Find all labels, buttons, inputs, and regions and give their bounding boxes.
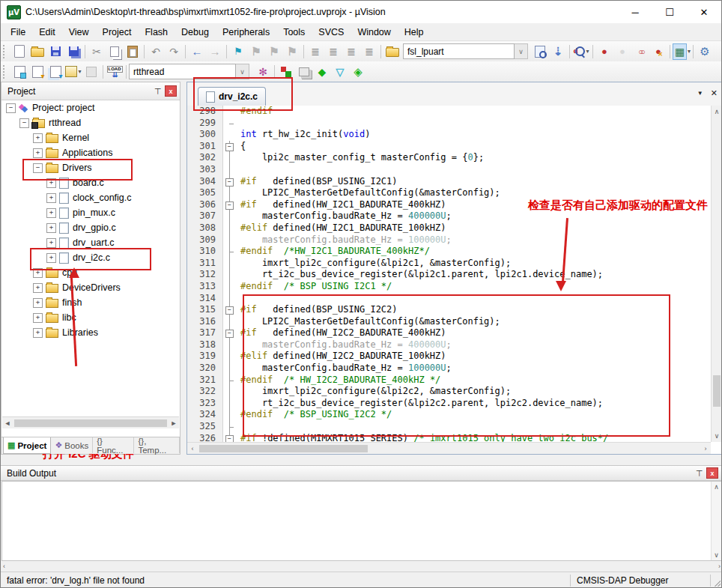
menu-item-view[interactable]: View (62, 25, 96, 39)
menu-item-svcs[interactable]: SVCS (312, 25, 351, 39)
undo-button[interactable]: ↶ (147, 43, 165, 60)
fold-collapse-icon[interactable]: − (225, 330, 234, 338)
tree-item-clock-config-c[interactable]: +clock_config.c (1, 190, 180, 205)
scroll-left-icon[interactable]: ‹ (187, 445, 198, 452)
menu-item-edit[interactable]: Edit (32, 25, 62, 39)
scroll-left-icon[interactable]: ‹ (3, 563, 5, 570)
disable-breakpoint-button[interactable]: ● (613, 43, 631, 60)
collapse-icon[interactable]: − (19, 118, 29, 128)
code-line-323[interactable]: 323 rt_i2c_bus_device_register(&lpi2c2.p… (187, 398, 711, 410)
tree-item-rtthread[interactable]: −rtthread (1, 115, 180, 130)
editor-vscrollbar[interactable]: ∧ ∨ (711, 106, 722, 442)
navigate-forward-button[interactable]: → (206, 43, 224, 60)
expand-icon[interactable]: + (33, 268, 43, 278)
fold-collapse-icon[interactable]: − (225, 435, 234, 442)
scroll-up-icon[interactable]: ∧ (712, 483, 721, 491)
tree-item-devicedrivers[interactable]: +DeviceDrivers (1, 280, 180, 295)
manage-runtime-env-button[interactable] (277, 64, 295, 80)
build-output-content[interactable]: ∧ ∨ (1, 481, 722, 561)
code-line-300[interactable]: 300int rt_hw_i2c_init(void) (187, 129, 711, 141)
open-file-button[interactable] (28, 43, 46, 60)
scroll-down-icon[interactable]: ∨ (712, 432, 722, 440)
kill-all-breakpoints-button[interactable]: ● (649, 43, 667, 60)
scroll-down-icon[interactable]: ∨ (712, 551, 721, 559)
scroll-up-icon[interactable]: ∧ (712, 108, 722, 115)
fold-collapse-icon[interactable]: − (225, 201, 234, 210)
tree-item-applications[interactable]: +Applications (1, 145, 180, 160)
code-line-302[interactable]: 302 lpi2c_master_config_t masterConfig =… (187, 152, 711, 164)
uncomment-button[interactable]: ≣ (360, 43, 378, 60)
save-button[interactable] (46, 43, 64, 60)
find-in-files-button[interactable] (383, 43, 401, 60)
panel-splitter[interactable] (180, 82, 186, 455)
build-output-vscrollbar[interactable]: ∧ ∨ (711, 482, 721, 560)
scroll-right-icon[interactable]: › (718, 563, 721, 570)
pin-icon[interactable]: ⊥ (154, 86, 162, 96)
code-line-298[interactable]: 298#endif (187, 106, 711, 118)
code-line-312[interactable]: 312 rt_i2c_bus_device_register(&lpi2c1.p… (187, 269, 711, 281)
prev-bookmark-button[interactable]: ⚑ (247, 43, 265, 60)
panel-tab-func[interactable]: {} Func... (93, 437, 134, 453)
fold-collapse-icon[interactable]: − (225, 178, 234, 187)
pack-installer-button[interactable]: ◈ (349, 64, 367, 80)
expand-icon[interactable]: + (33, 298, 43, 308)
tree-item-drv-uart-c[interactable]: +drv_uart.c (1, 235, 180, 250)
code-line-299[interactable]: 299 (187, 118, 711, 130)
code-line-305[interactable]: 305 LPI2C_MasterGetDefaultConfig(&master… (187, 187, 711, 199)
expand-icon[interactable]: + (46, 238, 56, 248)
menu-item-debug[interactable]: Debug (175, 25, 216, 39)
close-button[interactable]: ✕ (687, 1, 721, 23)
window-layout-button[interactable]: ▦▾ (673, 43, 691, 60)
build-button[interactable] (28, 64, 46, 80)
new-file-button[interactable] (10, 43, 28, 60)
menu-item-tools[interactable]: Tools (276, 25, 312, 39)
toolbar-grip[interactable] (3, 65, 8, 79)
next-bookmark-button[interactable]: ⚑ (265, 43, 283, 60)
collapse-icon[interactable]: − (33, 163, 43, 173)
maximize-button[interactable]: ☐ (652, 1, 687, 23)
tree-item-pin-mux-c[interactable]: +pin_mux.c (1, 205, 180, 220)
tree-item-board-c[interactable]: +board.c (1, 175, 180, 190)
menu-item-file[interactable]: File (4, 25, 32, 39)
cut-button[interactable]: ✂ (88, 43, 106, 60)
copy-button[interactable] (106, 43, 124, 60)
expand-icon[interactable]: + (46, 193, 56, 203)
fold-collapse-icon[interactable]: − (225, 306, 234, 315)
pin-icon[interactable]: ⊥ (696, 468, 703, 478)
scroll-right-icon[interactable]: ► (169, 419, 179, 427)
code-line-310[interactable]: 310#endif /*HW_I2C1_BADURATE_400kHZ*/ (187, 246, 711, 258)
panel-tab-project[interactable]: ▦Project (3, 437, 51, 454)
code-line-309[interactable]: 309 masterConfig.baudRate_Hz = 100000U; (187, 234, 711, 246)
code-line-322[interactable]: 322 imxrt_lpi2c_configure(&lpi2c2, &mast… (187, 386, 711, 398)
stop-build-button[interactable] (82, 64, 100, 80)
clear-bookmarks-button[interactable]: ⚑ (283, 43, 301, 60)
project-panel-hscrollbar[interactable]: ◄ ► (2, 416, 179, 428)
insert-bookmark-button[interactable]: ⚑ (229, 43, 247, 60)
tree-item-drivers[interactable]: −Drivers (1, 160, 180, 175)
code-line-316[interactable]: 316 LPI2C_MasterGetDefaultConfig(&master… (187, 316, 711, 328)
code-line-308[interactable]: 308#elif defined(HW_I2C1_BADURATE_100kHZ… (187, 222, 711, 234)
disable-all-breakpoints-button[interactable]: ○○ (631, 43, 649, 60)
tree-item-cpu[interactable]: +cpu (1, 265, 180, 280)
download-button[interactable]: LOAD⇊ (106, 64, 124, 80)
expand-icon[interactable]: + (46, 223, 56, 233)
expand-icon[interactable]: + (46, 253, 56, 263)
tree-item-drv-gpio-c[interactable]: +drv_gpio.c (1, 220, 180, 235)
code-line-321[interactable]: 321#endif /* HW_I2C2_BADURATE_400kHZ */ (187, 375, 711, 387)
target-select-combo[interactable]: rtthread (129, 64, 236, 79)
menu-item-window[interactable]: Window (351, 25, 397, 39)
expand-icon[interactable]: + (33, 313, 43, 323)
code-line-317[interactable]: 317−#if defined(HW_I2C2_BADURATE_400kHZ) (187, 327, 711, 339)
expand-icon[interactable]: + (33, 283, 43, 293)
tree-item-kernel[interactable]: +Kernel (1, 130, 180, 145)
menu-item-flash[interactable]: Flash (138, 25, 175, 39)
incremental-find-button[interactable]: ⇣ (549, 43, 567, 60)
toggle-breakpoint-button[interactable]: ● (595, 43, 613, 60)
tree-item-libraries[interactable]: +Libraries (1, 325, 180, 340)
code-line-325[interactable]: 325 (187, 421, 711, 433)
translate-button[interactable] (10, 64, 28, 80)
tree-item-finsh[interactable]: +finsh (1, 295, 180, 310)
paste-button[interactable] (124, 43, 142, 60)
scroll-left-icon[interactable]: ◄ (2, 419, 13, 427)
expand-icon[interactable]: + (46, 178, 56, 188)
